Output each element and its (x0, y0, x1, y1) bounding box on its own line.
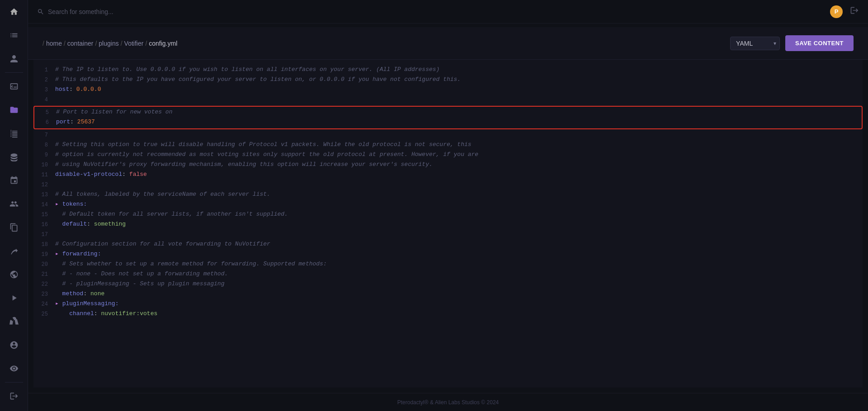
line-num-21: 21 (33, 269, 55, 279)
code-line-23: 23 method: none (33, 289, 863, 299)
line-num-24: 24 (33, 299, 55, 309)
breadcrumb-votifier[interactable]: Votifier (124, 40, 144, 47)
sidebar-item-plugins[interactable] (0, 310, 28, 333)
sidebar-divider-2 (5, 382, 23, 383)
sidebar-item-database[interactable] (0, 145, 28, 169)
line-num-12: 12 (33, 180, 55, 189)
format-selector-wrapper: YAML JSON Plain Text (730, 37, 780, 50)
code-line-20: 20 # Sets whether to set up a remote met… (33, 260, 863, 269)
breadcrumb-sep-0: / (42, 40, 44, 47)
code-line-22: 22 # - pluginMessaging - Sets up plugin … (33, 279, 863, 289)
breadcrumb-current: config.yml (149, 40, 177, 47)
code-line-14: 14 ▸ tokens: (33, 200, 863, 210)
line-content-25: channel: nuvotifier:votes (55, 309, 863, 319)
avatar-label: P (835, 8, 839, 15)
sidebar-item-subdomains[interactable] (0, 263, 28, 286)
code-line-6: 6 port: 25637 (34, 118, 862, 128)
line-num-7: 7 (33, 130, 55, 140)
sidebar-top (0, 0, 28, 380)
sidebar-item-home[interactable] (0, 0, 28, 24)
sidebar-item-schedule[interactable] (0, 169, 28, 192)
sidebar-item-account[interactable] (0, 47, 28, 71)
line-content-13: # All tokens, labeled by the serviceName… (55, 190, 863, 199)
code-line-17: 17 (33, 230, 863, 240)
sidebar-item-settings-plugin[interactable] (0, 333, 28, 357)
breadcrumb: / home / container / plugins / Votifier … (42, 40, 177, 47)
line-content-18: # Configuration section for all vote for… (55, 240, 863, 249)
code-line-18: 18 # Configuration section for all vote … (33, 240, 863, 250)
sidebar-item-terminal[interactable] (0, 75, 28, 98)
sidebar-item-tasks[interactable] (0, 122, 28, 145)
code-line-16: 16 default: something (33, 220, 863, 230)
topbar-logout-icon[interactable] (850, 6, 859, 17)
topbar: Search for something... P (28, 0, 868, 24)
sidebar-item-network[interactable] (0, 239, 28, 263)
line-num-25: 25 (33, 309, 55, 319)
line-num-18: 18 (33, 240, 55, 249)
sidebar-item-logout[interactable] (0, 384, 28, 408)
line-num-1: 1 (33, 65, 55, 75)
line-content-17 (55, 230, 863, 239)
code-editor[interactable]: 1 # The IP to listen to. Use 0.0.0.0 if … (33, 60, 863, 387)
breadcrumb-sep-3: / (121, 40, 123, 47)
breadcrumb-home[interactable]: home (46, 40, 62, 47)
code-content: 1 # The IP to listen to. Use 0.0.0.0 if … (33, 60, 863, 387)
sidebar-item-startup[interactable] (0, 286, 28, 310)
editor-controls: YAML JSON Plain Text SAVE CONTENT (730, 35, 854, 51)
line-content-6: port: 25637 (56, 118, 862, 127)
sidebar-bottom (0, 380, 28, 411)
line-num-20: 20 (33, 260, 55, 269)
sidebar (0, 0, 28, 411)
line-content-23: method: none (55, 289, 863, 299)
sidebar-item-billing[interactable] (0, 24, 28, 47)
sidebar-item-files[interactable] (0, 98, 28, 122)
line-num-15: 15 (33, 210, 55, 219)
code-line-1: 1 # The IP to listen to. Use 0.0.0.0 if … (33, 65, 863, 75)
line-num-11: 11 (33, 170, 55, 180)
footer: Pterodactyl® & Alien Labs Studios © 2024 (28, 393, 868, 411)
line-num-14: 14 (33, 200, 55, 209)
line-content-11: disable-v1-protocol: false (55, 170, 863, 180)
sidebar-item-users[interactable] (0, 192, 28, 216)
content-body: / home / container / plugins / Votifier … (28, 24, 868, 411)
line-num-6: 6 (34, 118, 56, 127)
line-content-1: # The IP to listen to. Use 0.0.0.0 if yo… (55, 65, 863, 75)
line-num-19: 19 (33, 250, 55, 259)
sidebar-item-backups[interactable] (0, 216, 28, 239)
code-line-21: 21 # - none - Does not set up a forwardi… (33, 269, 863, 279)
line-num-22: 22 (33, 279, 55, 289)
code-line-12: 12 (33, 180, 863, 190)
avatar[interactable]: P (830, 5, 843, 18)
breadcrumb-sep-4: / (145, 40, 147, 47)
search-bar[interactable]: Search for something... (37, 8, 113, 15)
save-content-button[interactable]: SAVE CONTENT (785, 35, 854, 51)
breadcrumb-sep-2: / (95, 40, 97, 47)
code-line-8: 8 # Setting this option to true will dis… (33, 140, 863, 150)
search-placeholder: Search for something... (48, 8, 113, 15)
line-content-21: # - none - Does not set up a forwarding … (55, 269, 863, 279)
line-num-10: 10 (33, 160, 55, 170)
sidebar-divider-1 (5, 72, 23, 73)
line-content-5: # Port to listen for new votes on (56, 108, 862, 117)
highlighted-block: 5 # Port to listen for new votes on 6 po… (33, 106, 863, 129)
code-line-25: 25 channel: nuvotifier:votes (33, 309, 863, 319)
code-line-5: 5 # Port to listen for new votes on (34, 108, 862, 118)
code-line-7: 7 (33, 130, 863, 140)
format-selector[interactable]: YAML JSON Plain Text (730, 37, 780, 50)
code-line-24: 24 ▸ pluginMessaging: (33, 299, 863, 309)
main-area: Search for something... P / home / conta… (28, 0, 868, 411)
search-icon (37, 8, 44, 15)
code-line-15: 15 # Default token for all server lists,… (33, 210, 863, 220)
code-line-10: 10 # using NuVotifier's proxy forwarding… (33, 160, 863, 170)
breadcrumb-container[interactable]: container (67, 40, 94, 47)
line-num-4: 4 (33, 95, 55, 104)
code-line-11: 11 disable-v1-protocol: false (33, 170, 863, 180)
line-content-16: default: something (55, 220, 863, 229)
line-content-7 (55, 130, 863, 140)
breadcrumb-plugins[interactable]: plugins (99, 40, 118, 47)
sidebar-item-observer[interactable] (0, 357, 28, 380)
line-content-15: # Default token for all server lists, if… (55, 210, 863, 219)
sidebar-item-settings[interactable] (0, 408, 28, 411)
line-num-8: 8 (33, 140, 55, 150)
line-num-17: 17 (33, 230, 55, 239)
